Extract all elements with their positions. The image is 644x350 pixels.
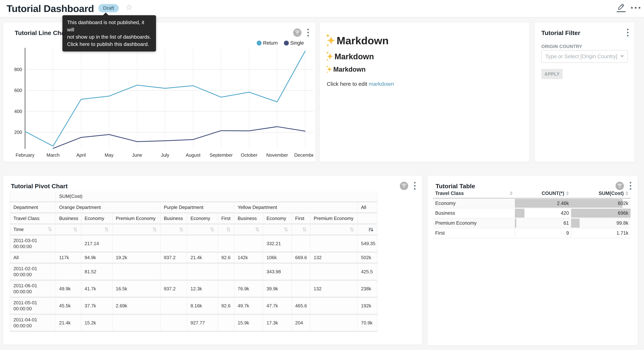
- cell-bar: [515, 229, 515, 238]
- summary-table-grid: Travel ClassCOUNT(*)SUM(Cost)Economy2.46…: [433, 189, 630, 238]
- pivot-table: SUM(Cost)DepartmentOrange DepartmentPurp…: [10, 191, 377, 332]
- pivot-row-label: All: [10, 252, 56, 263]
- sort-icon[interactable]: ⇅: [284, 227, 288, 232]
- sort-icon[interactable]: ⇅: [104, 227, 109, 232]
- favorite-star-icon[interactable]: ☆: [126, 2, 132, 12]
- pivot-cell: [112, 314, 160, 331]
- pivot-row-label: 2011-05-01 00:00:00: [10, 297, 56, 314]
- pivot-cell: [187, 235, 218, 252]
- pencil-icon: [616, 2, 626, 11]
- table-column-header[interactable]: Travel Class: [433, 189, 515, 198]
- pivot-class-header: Business: [160, 213, 187, 224]
- sort-icon[interactable]: ⇅: [302, 227, 307, 232]
- pivot-table-grid: SUM(Cost)DepartmentOrange DepartmentPurp…: [10, 191, 377, 332]
- sort-desc-icon[interactable]: [368, 227, 374, 232]
- table-row: Economy2.46k602k: [433, 198, 630, 208]
- edit-dashboard-button[interactable]: [616, 2, 626, 13]
- pivot-cell: [292, 263, 310, 280]
- count-cell: 2.46k: [515, 198, 571, 208]
- table-row: Premium Economy6199.8k: [433, 218, 630, 228]
- sort-icon[interactable]: ⇅: [73, 227, 78, 232]
- pivot-cell: 132: [310, 280, 358, 297]
- table-column-header[interactable]: COUNT(*): [515, 189, 571, 198]
- pivot-cell: 549.35: [358, 235, 377, 252]
- pivot-cell: 70.9k: [358, 314, 377, 331]
- pivot-cell: [292, 280, 310, 297]
- pivot-cell: 47.7k: [263, 297, 292, 314]
- table-column-header[interactable]: SUM(Cost): [571, 189, 630, 198]
- pivot-cell: 425.5: [358, 263, 377, 280]
- pivot-sort-cell: ⇅: [187, 224, 218, 235]
- legend-dot-return: [257, 40, 262, 46]
- pivot-sort-cell: ⇅: [218, 224, 234, 235]
- pivot-group-header: Purple Department: [160, 202, 234, 213]
- draft-badge[interactable]: Draft: [98, 4, 119, 12]
- ellipsis-icon[interactable]: [631, 7, 640, 9]
- sort-icon[interactable]: ⇅: [210, 227, 214, 232]
- sort-icon[interactable]: ⇅: [226, 227, 231, 232]
- pivot-cell: 217.14: [81, 235, 112, 252]
- sort-icon[interactable]: ⇅: [48, 226, 52, 232]
- sort-carets-icon[interactable]: [510, 191, 513, 195]
- pivot-sort-cell: ⇅: [292, 224, 310, 235]
- origin-country-select[interactable]: Type or Select [Origin Country]: [541, 50, 628, 63]
- apply-button[interactable]: APPLY: [541, 69, 563, 79]
- markdown-paragraph: Click here to edit markdown: [327, 81, 394, 87]
- pivot-cell: [234, 235, 263, 252]
- filter-menu-icon[interactable]: [626, 28, 629, 37]
- pivot-group-header: All: [358, 202, 377, 213]
- pivot-class-header: Premium Economy: [112, 213, 160, 224]
- travel-class-cell: Business: [433, 208, 515, 218]
- pivot-cell: [160, 235, 187, 252]
- pivot-class-header: Business: [234, 213, 263, 224]
- pivot-sort-cell: ⇅: [160, 224, 187, 235]
- count-cell: 420: [515, 208, 571, 218]
- pivot-cell: [310, 297, 358, 314]
- sort-icon[interactable]: ⇅: [179, 227, 184, 232]
- pivot-row: 2011-03-01 00:00:00217.14332.21549.35: [10, 235, 377, 252]
- pivot-cell: [187, 263, 218, 280]
- sort-carets-icon[interactable]: [626, 191, 628, 195]
- pivot-row: All117k94.9k19.2k937.221.4k92.6142k106k6…: [10, 252, 377, 263]
- pivot-group-header: Orange Department: [56, 202, 160, 213]
- markdown-h2: ✦✦✦Markdown: [327, 52, 374, 61]
- filter-indicator-icon[interactable]: [293, 28, 302, 37]
- legend-item-return[interactable]: Return: [257, 40, 278, 46]
- sort-icon[interactable]: ⇅: [255, 227, 260, 232]
- legend-item-single[interactable]: Single: [284, 40, 304, 46]
- pivot-cell: 192k: [358, 297, 377, 314]
- pivot-dim-department: Department: [10, 202, 56, 213]
- pivot-class-header: Economy: [187, 213, 218, 224]
- tooltip-line: Click here to publish this dashboard.: [67, 40, 151, 48]
- markdown-edit-link[interactable]: markdown: [369, 81, 394, 87]
- pivot-class-header: [358, 213, 377, 224]
- svg-text:400: 400: [14, 109, 22, 114]
- sort-icon[interactable]: ⇅: [152, 227, 157, 232]
- sort-icon[interactable]: ⇅: [350, 227, 354, 232]
- line-chart-panel: Tutorial Line Chart Return Single 200400…: [3, 22, 316, 162]
- pivot-group-header: Yellow Department: [234, 202, 358, 213]
- pivot-cell: 132: [310, 252, 358, 263]
- pivot-class-header: Premium Economy: [310, 213, 358, 224]
- pivot-cell: 39.9k: [263, 280, 292, 297]
- line-chart-title: Tutorial Line Chart: [15, 30, 69, 36]
- pivot-sort-cell: ⇅: [263, 224, 292, 235]
- pivot-cell: [56, 235, 81, 252]
- pivot-row: 2011-02-01 00:00:0081.52343.98425.5: [10, 263, 377, 280]
- chart-menu-icon[interactable]: [414, 182, 416, 190]
- svg-text:June: June: [132, 152, 142, 158]
- svg-text:August: August: [186, 152, 201, 158]
- pivot-cell: 937.2: [160, 280, 187, 297]
- pivot-cell: 142k: [234, 252, 263, 263]
- pivot-cell: 21.4k: [187, 252, 218, 263]
- pivot-sort-cell: ⇅: [112, 224, 160, 235]
- filter-indicator-icon[interactable]: [400, 182, 408, 190]
- legend-label: Return: [263, 40, 278, 46]
- pivot-cell: 49.7k: [234, 297, 263, 314]
- svg-text:October: October: [241, 152, 258, 158]
- pivot-cell: 465.6: [292, 297, 310, 314]
- chart-menu-icon[interactable]: [307, 28, 309, 37]
- pivot-sort-cell: [358, 224, 377, 235]
- line-chart-plot[interactable]: 200400600800FebruaryMarchAprilMayJuneJul…: [10, 48, 314, 161]
- sort-carets-icon[interactable]: [566, 191, 569, 195]
